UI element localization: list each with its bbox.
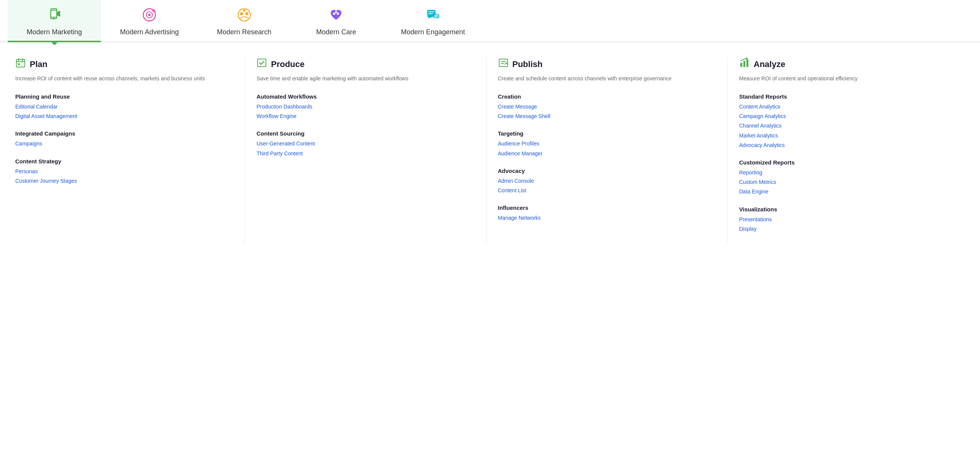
modern-care-icon — [328, 7, 344, 25]
section-title: Targeting — [498, 130, 716, 137]
svg-rect-3 — [53, 18, 54, 19]
svg-point-14 — [333, 13, 335, 15]
link-user-generated-content[interactable]: User-Generated Content — [256, 139, 474, 149]
column-title-analyze: Analyze — [754, 59, 785, 69]
section-title: Content Strategy — [15, 158, 233, 165]
link-data-engine[interactable]: Data Engine — [739, 187, 957, 196]
link-audience-profiles[interactable]: Audience Profiles — [498, 139, 716, 149]
link-third-party-content[interactable]: Third Party Content — [256, 149, 474, 158]
link-channel-analytics[interactable]: Channel Analytics — [739, 121, 957, 131]
svg-rect-27 — [18, 63, 20, 65]
modern-engagement-label: Modern Engagement — [401, 28, 465, 36]
section-title: Advocacy — [498, 168, 716, 174]
tab-modern-advertising[interactable]: Modern Advertising — [101, 0, 198, 42]
svg-rect-34 — [746, 59, 748, 67]
column-analyze: Analyze Measure ROI of content and opera… — [728, 58, 969, 243]
link-admin-console[interactable]: Admin Console — [498, 176, 716, 186]
column-icon-produce — [256, 58, 267, 71]
main-content: Plan Increase ROI of content with reuse … — [0, 42, 980, 258]
tab-modern-marketing[interactable]: Modern Marketing — [8, 0, 101, 42]
section-customized-reports: Customized Reports Reporting Custom Metr… — [739, 159, 957, 197]
column-icon-analyze — [739, 58, 750, 71]
link-campaign-analytics[interactable]: Campaign Analytics — [739, 112, 957, 121]
section-title: Visualizations — [739, 206, 957, 212]
column-header-analyze: Analyze — [739, 58, 957, 71]
link-reporting[interactable]: Reporting — [739, 168, 957, 177]
column-header-produce: Produce — [256, 58, 474, 71]
column-icon-publish — [498, 58, 509, 71]
section-standard-reports: Standard Reports Content Analytics Campa… — [739, 93, 957, 150]
section-visualizations: Visualizations Presentations Display — [739, 206, 957, 234]
modern-research-label: Modern Research — [217, 28, 271, 36]
svg-point-13 — [243, 10, 245, 12]
section-influencers: Influencers Manage Networks — [498, 204, 716, 223]
modern-advertising-icon — [141, 7, 157, 25]
column-title-produce: Produce — [271, 59, 304, 69]
link-campaigns[interactable]: Campaigns — [15, 139, 233, 149]
link-audience-manager[interactable]: Audience Manager — [498, 149, 716, 158]
tab-modern-engagement[interactable]: Modern Engagement — [382, 0, 484, 42]
svg-rect-32 — [740, 63, 742, 67]
column-produce: Produce Save time and enable agile marke… — [245, 58, 486, 243]
svg-point-12 — [245, 12, 248, 15]
column-publish: Publish Create and schedule content acro… — [487, 58, 728, 243]
section-title: Influencers — [498, 204, 716, 211]
nav-tabs: Modern Marketing Modern Advertising Mode… — [0, 0, 980, 42]
column-icon-plan — [15, 58, 26, 71]
tab-modern-care[interactable]: Modern Care — [290, 0, 382, 42]
column-plan: Plan Increase ROI of content with reuse … — [11, 58, 245, 243]
section-title: Standard Reports — [739, 93, 957, 100]
section-title: Integrated Campaigns — [15, 130, 233, 137]
modern-advertising-label: Modern Advertising — [120, 28, 179, 36]
section-title: Content Sourcing — [256, 130, 474, 137]
link-presentations[interactable]: Presentations — [739, 215, 957, 224]
tab-modern-research[interactable]: Modern Research — [198, 0, 290, 42]
link-content-analytics[interactable]: Content Analytics — [739, 102, 957, 112]
section-automated-workflows: Automated Workflows Production Dashboard… — [256, 93, 474, 121]
modern-care-label: Modern Care — [316, 28, 356, 36]
section-creation: Creation Create Message Create Message S… — [498, 93, 716, 121]
section-advocacy: Advocacy Admin Console Content List — [498, 168, 716, 195]
link-workflow-engine[interactable]: Workflow Engine — [256, 112, 474, 121]
link-create-message[interactable]: Create Message — [498, 102, 716, 112]
svg-point-15 — [337, 13, 339, 15]
svg-rect-23 — [16, 59, 25, 67]
column-header-publish: Publish — [498, 58, 716, 71]
svg-point-11 — [240, 12, 243, 15]
link-create-message-shell[interactable]: Create Message Shell — [498, 112, 716, 121]
svg-rect-20 — [433, 14, 439, 18]
column-title-plan: Plan — [30, 59, 47, 69]
column-desc-publish: Create and schedule content across chann… — [498, 75, 716, 83]
column-header-plan: Plan — [15, 58, 233, 71]
svg-point-35 — [746, 58, 748, 59]
link-market-analytics[interactable]: Market Analytics — [739, 131, 957, 141]
section-planning-and-reuse: Planning and Reuse Editorial Calendar Di… — [15, 93, 233, 121]
column-desc-analyze: Measure ROI of content and operational e… — [739, 75, 957, 83]
svg-rect-28 — [258, 59, 266, 67]
section-targeting: Targeting Audience Profiles Audience Man… — [498, 130, 716, 158]
column-desc-plan: Increase ROI of content with reuse acros… — [15, 75, 233, 83]
svg-point-16 — [335, 11, 337, 13]
svg-rect-33 — [743, 61, 745, 67]
link-manage-networks[interactable]: Manage Networks — [498, 213, 716, 223]
link-content-list[interactable]: Content List — [498, 186, 716, 195]
modern-marketing-icon — [46, 7, 62, 25]
section-content-strategy: Content Strategy Personas Customer Journ… — [15, 158, 233, 186]
link-customer-journey-stages[interactable]: Customer Journey Stages — [15, 176, 233, 186]
section-title: Automated Workflows — [256, 93, 474, 100]
link-personas[interactable]: Personas — [15, 167, 233, 176]
section-title: Creation — [498, 93, 716, 100]
column-desc-produce: Save time and enable agile marketing wit… — [256, 75, 474, 83]
link-display[interactable]: Display — [739, 224, 957, 234]
link-advocacy-analytics[interactable]: Advocacy Analytics — [739, 141, 957, 150]
section-integrated-campaigns: Integrated Campaigns Campaigns — [15, 130, 233, 149]
section-content-sourcing: Content Sourcing User-Generated Content … — [256, 130, 474, 158]
section-title: Planning and Reuse — [15, 93, 233, 100]
link-digital-asset-management[interactable]: Digital Asset Management — [15, 112, 233, 121]
link-custom-metrics[interactable]: Custom Metrics — [739, 177, 957, 187]
modern-marketing-label: Modern Marketing — [27, 28, 82, 36]
link-editorial-calendar[interactable]: Editorial Calendar — [15, 102, 233, 112]
column-title-publish: Publish — [512, 59, 543, 69]
modern-research-icon — [236, 7, 252, 25]
link-production-dashboards[interactable]: Production Dashboards — [256, 102, 474, 112]
